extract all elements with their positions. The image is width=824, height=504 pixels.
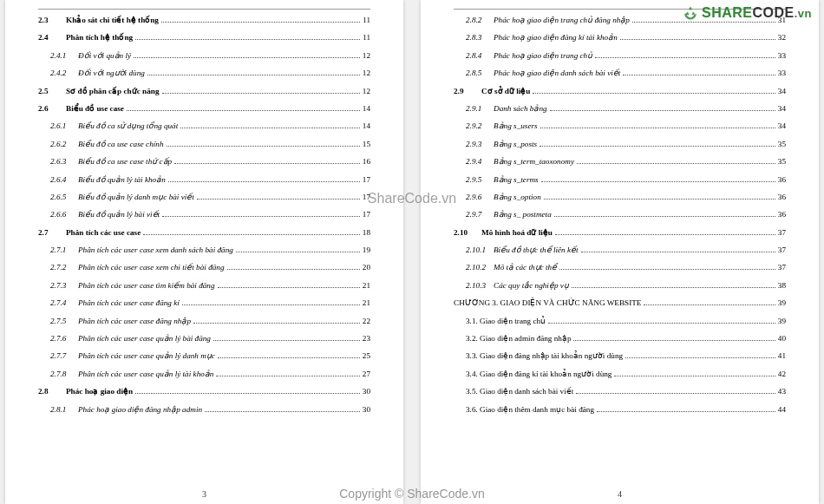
toc-leader-dots bbox=[161, 21, 360, 23]
toc-page-number: 36 bbox=[778, 176, 786, 184]
toc-leader-dots bbox=[180, 127, 360, 128]
toc-entry: CHƯƠNG 3. GIAO DIỆN VÀ CHỨC NĂNG WEBSITE… bbox=[454, 299, 786, 307]
toc-number: 2.7.2 bbox=[50, 264, 78, 272]
toc-number: 2.10.1 bbox=[466, 246, 494, 254]
toc-list-right: 2.8.2Phác hoạ giao diện trang chủ đăng n… bbox=[454, 9, 786, 414]
toc-entry: 2.9.6Bảng s_option36 bbox=[454, 193, 786, 201]
toc-number: 2.10 bbox=[454, 229, 481, 237]
toc-leader-dots bbox=[134, 56, 360, 58]
page-number-right: 4 bbox=[421, 489, 819, 499]
toc-entry: 3.6. Giao diện thêm danh mục bài đăng44 bbox=[454, 406, 786, 414]
toc-page-number: 32 bbox=[778, 34, 786, 42]
toc-leader-dots bbox=[614, 375, 775, 376]
toc-leader-dots bbox=[632, 21, 775, 23]
toc-number: 2.6 bbox=[38, 105, 66, 113]
toc-entry: 2.8.5Phác hoạ giao diện danh sách bài vi… bbox=[454, 69, 786, 77]
toc-page-number: 38 bbox=[778, 282, 786, 290]
toc-entry: 2.9.3Bảng s_posts35 bbox=[454, 141, 786, 148]
toc-leader-dots bbox=[550, 109, 775, 111]
toc-title: Phân tích các user case quản lý bài đăng bbox=[78, 335, 211, 343]
toc-number: 2.7.7 bbox=[50, 352, 78, 360]
toc-leader-dots bbox=[540, 145, 775, 147]
toc-title: Mô hình hoá dữ liệu bbox=[481, 229, 553, 237]
toc-title: Phân tích các user case đăng kí bbox=[78, 299, 180, 307]
toc-entry: 2.6.3Biểu đồ ca use case thứ cấp16 bbox=[38, 158, 370, 166]
toc-entry: 2.6.2Biểu đồ ca use case chính15 bbox=[38, 141, 370, 148]
toc-leader-dots bbox=[162, 215, 360, 217]
toc-leader-dots bbox=[597, 410, 775, 412]
toc-title: Phác hoạ giao diện trang chủ bbox=[494, 52, 592, 60]
toc-page-number: 15 bbox=[363, 141, 370, 148]
toc-page-number: 14 bbox=[363, 105, 370, 113]
toc-entry: 2.7Phân tích các use case18 bbox=[38, 229, 370, 237]
toc-entry: 2.9.5Bảng s_terms36 bbox=[454, 176, 786, 184]
toc-number: 2.6.6 bbox=[50, 211, 78, 219]
toc-leader-dots bbox=[236, 251, 360, 252]
toc-entry: 2.10.2Mô tả các thực thể37 bbox=[454, 264, 786, 272]
toc-page-number: 34 bbox=[778, 88, 786, 95]
toc-number: 2.6.4 bbox=[50, 176, 78, 184]
toc-page-number: 37 bbox=[778, 229, 786, 237]
toc-leader-dots bbox=[135, 392, 360, 394]
toc-entry: 2.4.2Đối với người dùng12 bbox=[38, 69, 370, 77]
toc-number: 2.7.4 bbox=[50, 299, 78, 307]
toc-entry: 2.6.4Biểu đồ quản lý tài khoản17 bbox=[38, 176, 370, 184]
toc-entry: 2.7.1Phân tích các user case xem danh sá… bbox=[38, 246, 370, 254]
page-left: 2.3Khảo sát chi tiết hệ thống112.4Phân t… bbox=[5, 0, 403, 504]
toc-entry: 3.3. Giao diện đăng nhập tài khoản người… bbox=[454, 352, 786, 360]
toc-page-number: 30 bbox=[363, 406, 370, 414]
toc-leader-dots bbox=[197, 198, 360, 200]
toc-entry: 2.6.5Biểu đồ quản lý danh mục bài viết17 bbox=[38, 193, 370, 201]
toc-page-number: 43 bbox=[778, 388, 786, 396]
toc-leader-dots bbox=[644, 304, 775, 305]
toc-entry: 3.4. Giao diện đăng kí tài khoản người d… bbox=[454, 370, 786, 378]
toc-title: Phân tích các user case xem danh sách bà… bbox=[78, 246, 233, 254]
document-spread: 2.3Khảo sát chi tiết hệ thống112.4Phân t… bbox=[0, 0, 824, 504]
toc-number: 2.9.4 bbox=[466, 158, 494, 166]
toc-entry: 2.9.2Bảng s_users34 bbox=[454, 122, 786, 130]
toc-number: 2.9.6 bbox=[466, 193, 494, 201]
toc-entry: 3.2. Giao diện admin đăng nhập40 bbox=[454, 335, 786, 343]
toc-page-number: 44 bbox=[778, 406, 786, 414]
toc-title: Phân tích các user case xem chi tiết bài… bbox=[78, 264, 225, 272]
toc-page-number: 17 bbox=[363, 211, 370, 219]
toc-number: 2.7.6 bbox=[50, 335, 78, 343]
toc-entry: 3.5. Giao diện danh sách bài viết43 bbox=[454, 388, 786, 396]
toc-number: 2.5 bbox=[38, 88, 66, 95]
toc-entry: 2.10.1Biểu đồ thực thể liên kết37 bbox=[454, 246, 786, 254]
toc-leader-dots bbox=[623, 74, 775, 75]
toc-leader-dots bbox=[218, 286, 360, 288]
toc-leader-dots bbox=[167, 145, 360, 147]
toc-leader-dots bbox=[595, 56, 775, 58]
toc-leader-dots bbox=[127, 109, 360, 111]
toc-title: Phân tích các user case quản lý danh mục bbox=[78, 352, 215, 360]
toc-title: 3.3. Giao diện đăng nhập tài khoản người… bbox=[466, 352, 623, 360]
toc-number: 2.10.2 bbox=[466, 264, 494, 272]
toc-title: Bảng s_option bbox=[494, 193, 541, 201]
toc-leader-dots bbox=[135, 38, 360, 40]
toc-leader-dots bbox=[548, 322, 775, 324]
toc-leader-dots bbox=[544, 198, 775, 200]
toc-title: Phân tích các use case bbox=[66, 229, 141, 237]
toc-number: 2.6.2 bbox=[50, 141, 78, 148]
toc-page-number: 35 bbox=[778, 158, 786, 166]
toc-leader-dots bbox=[625, 357, 775, 358]
toc-number: 2.6.5 bbox=[50, 193, 78, 201]
toc-page-number: 39 bbox=[778, 317, 786, 325]
toc-number: 2.10.3 bbox=[466, 282, 494, 290]
toc-page-number: 33 bbox=[778, 52, 786, 60]
toc-number: 2.8.5 bbox=[466, 69, 494, 77]
toc-page-number: 40 bbox=[778, 335, 786, 343]
toc-page-number: 12 bbox=[363, 88, 370, 95]
toc-number: 2.7 bbox=[38, 229, 66, 237]
toc-leader-dots bbox=[541, 180, 775, 182]
toc-title: Phân tích các user case tìm kiếm bài đăn… bbox=[78, 282, 215, 290]
toc-title: Biểu đồ ca use case thứ cấp bbox=[78, 158, 172, 166]
toc-page-number: 22 bbox=[363, 317, 370, 325]
toc-title: Biểu đồ quản lý tài khoản bbox=[78, 176, 166, 184]
toc-leader-dots bbox=[216, 375, 359, 376]
toc-leader-dots bbox=[147, 74, 360, 75]
toc-leader-dots bbox=[573, 339, 775, 341]
toc-page-number: 37 bbox=[778, 264, 786, 272]
logo-text-code: CODE bbox=[752, 5, 794, 21]
